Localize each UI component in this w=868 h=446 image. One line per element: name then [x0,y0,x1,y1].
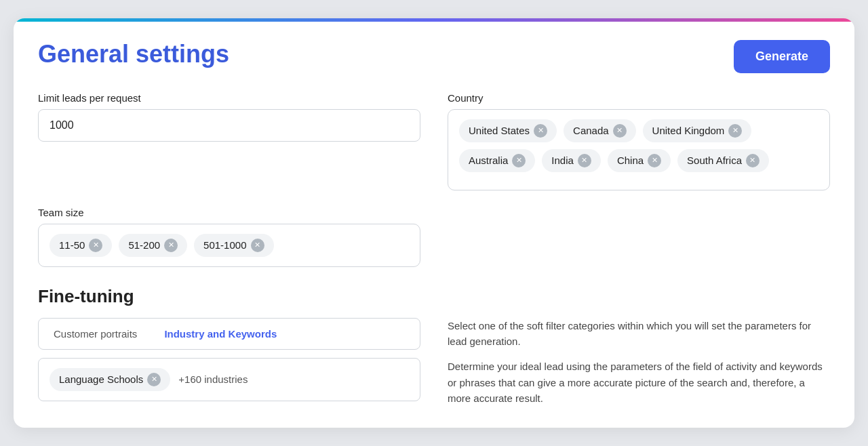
country-tags-box: United States ✕Canada ✕United Kingdom ✕A… [448,109,830,190]
country-tag: India ✕ [542,149,601,172]
team-size-label: Team size [38,207,420,218]
team-size-tag-label: 11-50 [59,239,85,251]
country-tag-label: Canada [573,125,609,136]
fine-tuning-grid: Customer portraitsIndustry and Keywords … [38,318,830,406]
fine-tuning-title: Fine-tuning [38,286,830,307]
industries-more: +160 industries [178,373,248,385]
country-tag-remove[interactable]: ✕ [746,154,760,167]
industry-tag-remove[interactable]: ✕ [147,373,161,386]
country-tag-label: India [551,155,574,166]
country-tag-remove[interactable]: ✕ [613,124,627,138]
country-label: Country [448,92,830,104]
industries-box: Language Schools ✕ +160 industries [38,358,420,401]
team-size-tags-box: 11-50 ✕51-200 ✕501-1000 ✕ [38,224,420,267]
country-tag-remove[interactable]: ✕ [578,154,591,167]
country-tag-remove[interactable]: ✕ [512,154,526,167]
country-tag-label: South Africa [687,155,742,166]
industry-tag-label: Language Schools [59,373,143,385]
fine-tuning-tab[interactable]: Industry and Keywords [152,321,289,346]
team-size-tag: 51-200 ✕ [119,234,187,257]
leads-label: Limit leads per request [38,92,420,104]
country-tag: South Africa ✕ [677,149,769,172]
country-tag: United States ✕ [459,119,557,142]
country-tag-remove[interactable]: ✕ [648,154,661,167]
country-tag-remove[interactable]: ✕ [728,124,742,138]
page-title: General settings [38,40,229,68]
team-size-tag: 501-1000 ✕ [194,234,273,257]
country-tag: United Kingdom ✕ [643,119,752,142]
country-spacer [448,207,830,267]
team-size-tag: 11-50 ✕ [50,234,112,257]
header: General settings Generate [38,40,830,73]
description-2: Determine your ideal lead using the para… [448,359,830,406]
country-tag-label: United States [469,125,530,136]
description-1: Select one of the soft filter categories… [448,318,830,350]
country-tag-label: China [617,155,644,166]
team-size-tag-remove[interactable]: ✕ [89,239,102,252]
team-size-tag-label: 501-1000 [203,239,246,251]
fine-tuning-section: Fine-tuning Customer portraitsIndustry a… [38,286,830,406]
fine-tuning-tab[interactable]: Customer portraits [41,321,149,346]
fine-tuning-right: Select one of the soft filter categories… [448,318,830,406]
generate-button[interactable]: Generate [734,40,830,73]
team-size-tag-remove[interactable]: ✕ [251,239,264,252]
leads-input[interactable] [38,109,420,142]
country-tag-remove[interactable]: ✕ [534,124,547,138]
country-tag-label: Australia [469,155,508,166]
settings-card: General settings Generate Limit leads pe… [14,18,854,428]
country-tag: Australia ✕ [459,149,535,172]
leads-field: Limit leads per request [38,92,420,190]
team-size-field: Team size 11-50 ✕51-200 ✕501-1000 ✕ [38,207,420,267]
team-size-tag-remove[interactable]: ✕ [164,239,178,252]
country-tag-label: United Kingdom [652,125,725,136]
tab-row: Customer portraitsIndustry and Keywords [38,318,420,350]
fine-tuning-left: Customer portraitsIndustry and Keywords … [38,318,420,401]
form-grid: Limit leads per request Country United S… [38,92,830,267]
country-tag: Canada ✕ [564,119,636,142]
team-size-tag-label: 51-200 [128,239,160,251]
country-tag: China ✕ [608,149,671,172]
industry-tag: Language Schools ✕ [50,368,170,391]
country-field: Country United States ✕Canada ✕United Ki… [448,92,830,190]
